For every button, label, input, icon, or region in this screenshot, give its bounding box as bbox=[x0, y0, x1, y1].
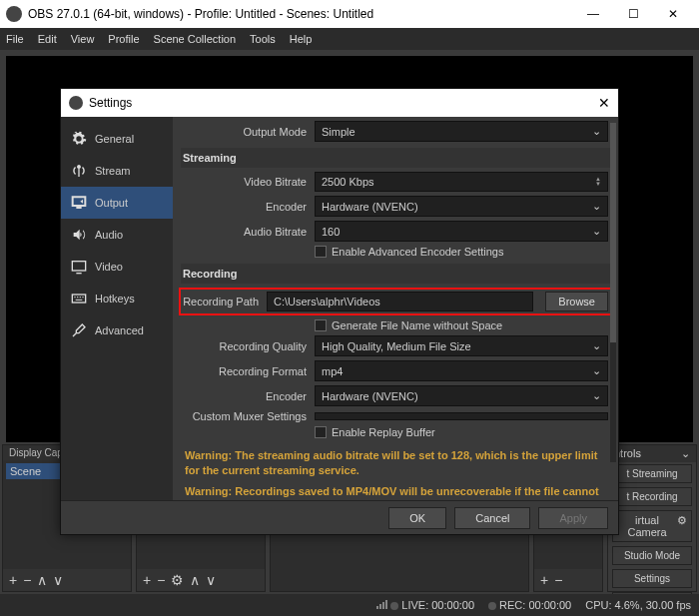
source-add-button[interactable]: + bbox=[143, 572, 151, 588]
browse-button[interactable]: Browse bbox=[545, 292, 608, 311]
filename-nospace-label: Generate File Name without Space bbox=[332, 319, 502, 331]
output-mode-label: Output Mode bbox=[183, 126, 307, 138]
chevron-down-icon: ⌄ bbox=[592, 389, 601, 402]
custom-muxer-label: Custom Muxer Settings bbox=[183, 410, 307, 422]
content-scrollbar[interactable] bbox=[610, 123, 616, 462]
recording-group-header: Recording bbox=[181, 264, 610, 284]
chevron-down-icon: ⌄ bbox=[592, 364, 601, 377]
vcam-gear-icon[interactable]: ⚙ bbox=[677, 514, 687, 538]
menubar: File Edit View Profile Scene Collection … bbox=[0, 28, 699, 50]
dialog-footer: OK Cancel Apply bbox=[61, 500, 618, 534]
apply-button[interactable]: Apply bbox=[538, 507, 608, 529]
antenna-icon bbox=[71, 163, 87, 179]
transition-add-button[interactable]: + bbox=[540, 572, 548, 588]
chevron-down-icon: ⌄ bbox=[592, 225, 601, 238]
scene-add-button[interactable]: + bbox=[9, 572, 17, 588]
custom-muxer-input[interactable] bbox=[315, 412, 608, 420]
streaming-group-header: Streaming bbox=[181, 148, 610, 168]
video-bitrate-input[interactable]: 2500 Kbps▲▼ bbox=[315, 172, 608, 192]
recording-quality-label: Recording Quality bbox=[183, 340, 307, 352]
cancel-button[interactable]: Cancel bbox=[454, 507, 530, 529]
warning-1: Warning: The streaming audio bitrate wil… bbox=[173, 442, 618, 484]
advanced-enc-label: Enable Advanced Encoder Settings bbox=[332, 246, 503, 258]
source-settings-button[interactable]: ⚙ bbox=[171, 572, 184, 588]
sidebar-item-advanced[interactable]: Advanced bbox=[61, 314, 173, 346]
status-bar: LIVE: 00:00:00 REC: 00:00:00 CPU: 4.6%, … bbox=[0, 594, 699, 616]
output-mode-select[interactable]: Simple⌄ bbox=[315, 121, 608, 142]
controls-menu-icon[interactable]: ⌄ bbox=[681, 447, 690, 460]
video-bitrate-label: Video Bitrate bbox=[183, 176, 307, 188]
encoder2-label: Encoder bbox=[183, 390, 307, 402]
chevron-down-icon: ⌄ bbox=[592, 200, 601, 213]
sidebar-item-video[interactable]: Video bbox=[61, 251, 173, 283]
menu-scene-collection[interactable]: Scene Collection bbox=[154, 33, 237, 45]
maximize-button[interactable]: ☐ bbox=[613, 7, 653, 21]
menu-file[interactable]: File bbox=[6, 33, 24, 45]
scene-up-button[interactable]: ∧ bbox=[37, 572, 47, 588]
close-button[interactable]: ✕ bbox=[653, 7, 693, 21]
minimize-button[interactable]: — bbox=[573, 7, 613, 21]
settings-dialog: Settings ✕ General Stream Output Audio V… bbox=[60, 88, 619, 535]
recording-format-label: Recording Format bbox=[183, 365, 307, 377]
settings-content: Output Mode Simple⌄ Streaming Video Bitr… bbox=[173, 117, 618, 500]
source-remove-button[interactable]: − bbox=[157, 572, 165, 588]
recording-path-label: Recording Path bbox=[183, 296, 259, 308]
transition-remove-button[interactable]: − bbox=[554, 572, 562, 588]
app-icon bbox=[6, 6, 22, 22]
encoder-label: Encoder bbox=[183, 201, 307, 213]
recording-quality-select[interactable]: High Quality, Medium File Size⌄ bbox=[315, 335, 608, 356]
recording-format-select[interactable]: mp4⌄ bbox=[315, 360, 608, 381]
menu-view[interactable]: View bbox=[71, 33, 95, 45]
sidebar-item-stream[interactable]: Stream bbox=[61, 155, 173, 187]
audio-bitrate-select[interactable]: 160⌄ bbox=[315, 221, 608, 242]
source-down-button[interactable]: ∨ bbox=[206, 572, 216, 588]
gear-icon bbox=[71, 131, 87, 147]
window-title: OBS 27.0.1 (64-bit, windows) - Profile: … bbox=[28, 7, 373, 21]
menu-edit[interactable]: Edit bbox=[38, 33, 57, 45]
menu-profile[interactable]: Profile bbox=[108, 33, 139, 45]
sidebar-item-general[interactable]: General bbox=[61, 123, 173, 155]
dialog-title: Settings bbox=[89, 96, 132, 110]
replay-buffer-checkbox[interactable] bbox=[315, 426, 327, 438]
recording-path-input[interactable]: C:\Users\alphr\Videos bbox=[267, 292, 533, 311]
monitor-icon bbox=[71, 195, 87, 211]
source-up-button[interactable]: ∧ bbox=[190, 572, 200, 588]
svg-rect-1 bbox=[72, 295, 85, 303]
start-streaming-button[interactable]: t Streaming bbox=[612, 464, 692, 483]
chevron-down-icon: ⌄ bbox=[592, 125, 601, 138]
filename-nospace-checkbox[interactable] bbox=[315, 319, 327, 331]
encoder-select[interactable]: Hardware (NVENC)⌄ bbox=[315, 196, 608, 217]
sidebar-item-output[interactable]: Output bbox=[61, 187, 173, 219]
advanced-enc-checkbox[interactable] bbox=[315, 246, 327, 258]
warning-2: Warning: Recordings saved to MP4/MOV wil… bbox=[173, 484, 618, 500]
dialog-icon bbox=[69, 96, 83, 110]
status-rec: REC: 00:00:00 bbox=[488, 599, 571, 611]
status-cpu: CPU: 4.6%, 30.00 fps bbox=[585, 599, 691, 611]
chevron-down-icon: ⌄ bbox=[592, 339, 601, 352]
dialog-close-button[interactable]: ✕ bbox=[598, 95, 610, 111]
menu-help[interactable]: Help bbox=[290, 33, 313, 45]
sidebar-item-audio[interactable]: Audio bbox=[61, 219, 173, 251]
highlight-box: Recording Path C:\Users\alphr\Videos Bro… bbox=[179, 288, 612, 315]
display-icon bbox=[71, 259, 87, 275]
speaker-icon bbox=[71, 227, 87, 243]
settings-button[interactable]: Settings bbox=[612, 569, 692, 588]
studio-mode-button[interactable]: Studio Mode bbox=[612, 546, 692, 565]
settings-sidebar: General Stream Output Audio Video Hotkey… bbox=[61, 117, 173, 500]
svg-rect-0 bbox=[72, 262, 85, 271]
replay-buffer-label: Enable Replay Buffer bbox=[332, 426, 435, 438]
virtual-camera-button[interactable]: irtual Camera⚙ bbox=[612, 510, 692, 542]
scrollbar-thumb[interactable] bbox=[610, 123, 616, 342]
encoder2-select[interactable]: Hardware (NVENC)⌄ bbox=[315, 385, 608, 406]
ok-button[interactable]: OK bbox=[388, 507, 446, 529]
dialog-titlebar: Settings ✕ bbox=[61, 89, 618, 117]
scene-remove-button[interactable]: − bbox=[23, 572, 31, 588]
status-live: LIVE: 00:00:00 bbox=[376, 599, 474, 611]
scene-down-button[interactable]: ∨ bbox=[53, 572, 63, 588]
audio-bitrate-label: Audio Bitrate bbox=[183, 226, 307, 238]
start-recording-button[interactable]: t Recording bbox=[612, 487, 692, 506]
spinner-icon[interactable]: ▲▼ bbox=[595, 177, 601, 187]
sidebar-item-hotkeys[interactable]: Hotkeys bbox=[61, 283, 173, 314]
menu-tools[interactable]: Tools bbox=[250, 33, 276, 45]
keyboard-icon bbox=[71, 291, 87, 307]
